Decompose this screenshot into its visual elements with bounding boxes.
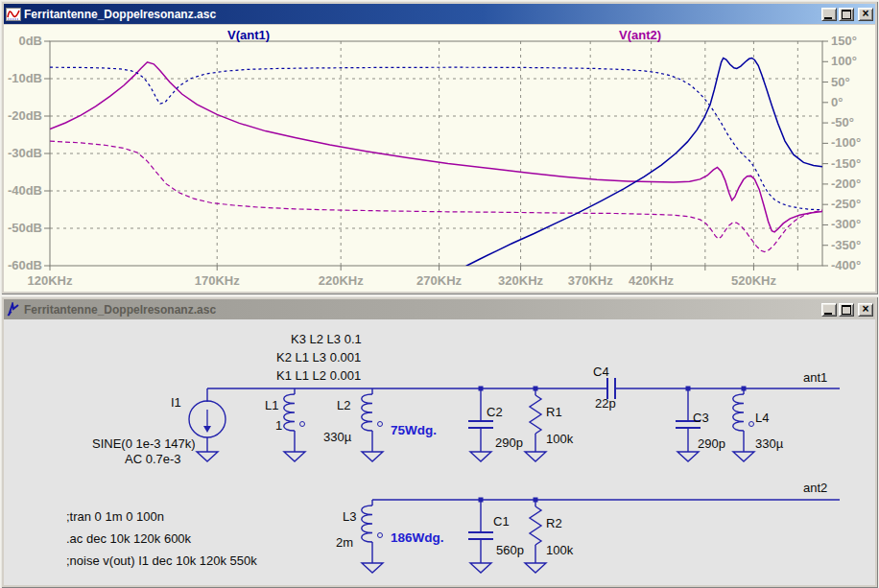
component-name-L1: L1 bbox=[265, 398, 278, 412]
ground-symbol[interactable] bbox=[284, 452, 305, 461]
junction-dot bbox=[479, 387, 484, 391]
inductor-symbol-L3[interactable] bbox=[362, 506, 372, 542]
window-controls: × bbox=[821, 303, 873, 317]
y-right-label: -200° bbox=[831, 176, 861, 191]
y-right-label: 0° bbox=[831, 95, 843, 109]
y-left-label: -40dB bbox=[8, 183, 42, 198]
maximize-button[interactable] bbox=[839, 303, 854, 317]
ground-symbol[interactable] bbox=[525, 452, 546, 461]
close-button[interactable]: × bbox=[858, 303, 873, 317]
component-name-L4: L4 bbox=[755, 411, 769, 425]
ground-symbol[interactable] bbox=[470, 563, 491, 573]
y-right-label: -400° bbox=[831, 258, 861, 272]
y-right-label: -300° bbox=[831, 217, 861, 231]
minimize-icon bbox=[824, 17, 832, 19]
ground-symbol[interactable] bbox=[197, 452, 218, 461]
waveform-pane[interactable]: 120KHz170KHz220KHz270KHz320KHz370KHz420K… bbox=[4, 25, 875, 292]
y-left-label: -20dB bbox=[8, 108, 42, 123]
component-value-C2: 290p bbox=[495, 435, 523, 450]
component-value-L1: 1 bbox=[275, 418, 282, 433]
component-value-C3: 290p bbox=[698, 436, 725, 451]
component-value-L4: 330µ bbox=[755, 436, 784, 451]
component-name-C1: C1 bbox=[493, 514, 510, 529]
phase-dot bbox=[378, 533, 383, 538]
minimize-icon bbox=[824, 313, 832, 315]
close-button[interactable]: × bbox=[858, 8, 873, 21]
maximize-button[interactable] bbox=[839, 8, 854, 21]
close-icon: × bbox=[859, 9, 872, 19]
y-left-label: -30dB bbox=[8, 146, 42, 160]
net-label-ant2: ant2 bbox=[803, 481, 827, 495]
component-name-C4: C4 bbox=[593, 365, 609, 379]
y-left-label: 0dB bbox=[18, 34, 42, 48]
schematic-titlebar[interactable]: Ferritantenne_Doppelresonanz.asc × bbox=[4, 299, 875, 319]
x-tick-label: 420KHz bbox=[629, 273, 674, 288]
resistor-symbol-R2[interactable] bbox=[530, 506, 541, 545]
component-name-I1: I1 bbox=[171, 395, 181, 410]
ground-symbol[interactable] bbox=[525, 563, 546, 573]
ground-symbol[interactable] bbox=[677, 452, 699, 461]
junction-dot bbox=[479, 498, 484, 503]
waveform-window-title: Ferritantenne_Doppelresonanz.asc bbox=[24, 8, 216, 21]
component-name-L3: L3 bbox=[343, 509, 356, 524]
component-value-I1: SINE(0 1e-3 147k) bbox=[92, 436, 196, 451]
schematic-window: Ferritantenne_Doppelresonanz.asc × I1SIN… bbox=[0, 295, 879, 588]
inductor-symbol-L2[interactable] bbox=[362, 394, 372, 431]
minimize-button[interactable] bbox=[821, 8, 837, 21]
inductor-symbol-L4[interactable] bbox=[733, 394, 744, 431]
component-name-R2: R2 bbox=[546, 516, 562, 530]
y-right-label: -100° bbox=[831, 135, 861, 150]
legend-V(ant2)[interactable]: V(ant2) bbox=[619, 28, 661, 42]
ground-symbol[interactable] bbox=[362, 563, 383, 573]
schematic-pane[interactable]: I1SINE(0 1e-3 147k)AC 0.7e-3L11L2330µ75W… bbox=[4, 319, 875, 585]
k-directive: K3 L2 L3 0.1 bbox=[291, 332, 362, 346]
y-right-label: -50° bbox=[831, 115, 854, 129]
schematic-window-title: Ferritantenne_Doppelresonanz.asc bbox=[24, 303, 216, 317]
trace-V(ant2)-magnitude_dB bbox=[50, 62, 822, 232]
waveform-titlebar[interactable]: Ferritantenne_Doppelresonanz.asc × bbox=[4, 4, 875, 24]
y-right-label: 100° bbox=[831, 54, 857, 68]
sim-directive: ;noise v(out) I1 dec 10k 120k 550k bbox=[66, 553, 257, 568]
component-name-C3: C3 bbox=[693, 411, 709, 425]
component-name-C2: C2 bbox=[487, 405, 503, 419]
waveform-window: Ferritantenne_Doppelresonanz.asc × 120KH… bbox=[0, 0, 879, 295]
component-value-C1: 560p bbox=[496, 543, 524, 557]
y-left-label: -10dB bbox=[8, 71, 42, 85]
phase-dot bbox=[300, 422, 305, 427]
net-label-ant1: ant1 bbox=[803, 370, 827, 385]
ground-symbol[interactable] bbox=[733, 452, 754, 461]
phase-dot bbox=[378, 422, 383, 427]
x-tick-label: 270KHz bbox=[416, 273, 462, 288]
k-directive: K1 L1 L2 0.001 bbox=[276, 368, 361, 383]
comment-text: 186Wdg. bbox=[391, 530, 444, 545]
ground-symbol[interactable] bbox=[362, 452, 383, 461]
comment-text: 75Wdg. bbox=[391, 423, 437, 437]
resistor-symbol-R1[interactable] bbox=[530, 395, 541, 434]
y-right-label: -350° bbox=[831, 238, 861, 252]
sim-directive: ;tran 0 1m 0 100n bbox=[66, 509, 164, 524]
junction-dot bbox=[742, 387, 747, 391]
component-value-L2: 330µ bbox=[323, 430, 352, 444]
waveform-window-icon bbox=[6, 7, 21, 22]
y-right-label: -250° bbox=[831, 197, 861, 211]
y-right-label: -150° bbox=[831, 156, 861, 171]
x-tick-label: 120KHz bbox=[28, 273, 73, 288]
x-tick-label: 320KHz bbox=[498, 273, 543, 288]
legend-V(ant1)[interactable]: V(ant1) bbox=[227, 28, 270, 42]
k-directive: K2 L1 L3 0.001 bbox=[276, 350, 361, 365]
x-tick-label: 370KHz bbox=[568, 273, 613, 288]
inductor-symbol-L1[interactable] bbox=[284, 394, 295, 431]
y-right-label: 50° bbox=[831, 75, 850, 89]
minimize-button[interactable] bbox=[821, 303, 837, 317]
x-tick-label: 170KHz bbox=[195, 273, 240, 288]
y-left-label: -60dB bbox=[8, 258, 42, 272]
close-icon: × bbox=[859, 304, 872, 315]
junction-dot bbox=[686, 387, 691, 391]
ground-symbol[interactable] bbox=[470, 452, 491, 461]
y-right-label: 150° bbox=[831, 34, 857, 48]
trace-V(ant2)-phase_deg bbox=[50, 141, 822, 251]
maximize-icon bbox=[842, 305, 851, 315]
x-tick-label: 220KHz bbox=[319, 273, 364, 288]
maximize-icon bbox=[842, 10, 851, 19]
component-name-R1: R1 bbox=[546, 405, 562, 419]
